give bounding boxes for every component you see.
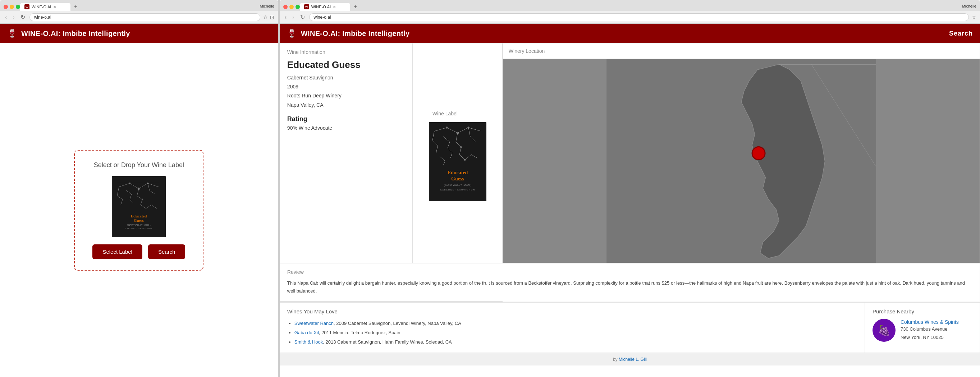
minimize-dot[interactable]	[10, 5, 14, 9]
svg-text:CABERNET SAUVIGNON: CABERNET SAUVIGNON	[440, 189, 475, 191]
active-tab-right[interactable]: W WINE-O.AI ✕	[300, 3, 350, 11]
footer-by-text: by	[613, 357, 619, 362]
sweetwater-desc: , 2009 Cabernet Sauvignon, Levendi Winer…	[334, 321, 461, 326]
gaba-desc: , 2011 Mencia, Telmo Rodriguez, Spain	[319, 330, 401, 335]
store-address-2: New York, NY 10025	[900, 334, 959, 341]
gaba-link[interactable]: Gaba do Xil	[294, 330, 319, 335]
rating-title: Rating	[287, 115, 405, 123]
wine-label-large: Educated Guess ( NAPA VALLEY • 2009 ) CA…	[429, 122, 487, 201]
svg-point-53	[464, 159, 466, 161]
purchase-title: Purchase Nearby	[872, 309, 972, 315]
wine-label-preview: Educated Guess ( NAPA VALLEY • 2009 ) CA…	[112, 176, 166, 237]
user-avatar-right: Michelle	[962, 4, 977, 10]
address-bar: ‹ › ↻ wine-o.ai ☆ ⊡	[0, 11, 278, 24]
close-dot-right[interactable]	[283, 5, 288, 9]
svg-point-49	[457, 132, 459, 134]
list-item: Sweetwater Ranch, 2009 Cabernet Sauvigno…	[294, 319, 858, 328]
svg-point-22	[142, 199, 143, 200]
store-address-1: 730 Columbus Avenue	[900, 326, 959, 333]
california-map-svg	[503, 59, 980, 263]
minimize-dot-right[interactable]	[290, 5, 294, 9]
active-tab[interactable]: W WINE-O.AI ✕	[20, 3, 70, 11]
tab-title-right: WINE-O.AI	[311, 5, 331, 9]
store-logo: 🍇	[872, 319, 896, 342]
upload-area: Select or Drop Your Wine Label	[0, 43, 278, 377]
url-text-right: wine-o.ai	[314, 15, 331, 20]
app-title-right: WINE-O.AI: Imbibe Intelligently	[301, 29, 410, 38]
app-header: 🍷 WINE-O.AI: Imbibe Intelligently	[0, 24, 278, 43]
svg-text:Guess: Guess	[134, 218, 144, 223]
smith-hook-desc: , 2013 Cabernet Sauvignon, Hahn Family W…	[323, 339, 452, 345]
search-header-button[interactable]: Search	[949, 30, 973, 37]
wine-label-large-svg: Educated Guess ( NAPA VALLEY • 2009 ) CA…	[429, 122, 487, 201]
svg-point-52	[460, 146, 462, 148]
suggestions-title: Wines You May Love	[287, 309, 858, 315]
bottom-section: Wines You May Love Sweetwater Ranch, 200…	[280, 302, 980, 353]
search-button[interactable]: Search	[148, 244, 186, 259]
select-label-button[interactable]: Select Label	[92, 244, 142, 259]
tab-close-btn-right[interactable]: ✕	[333, 5, 336, 9]
tab-favicon: W	[24, 4, 29, 10]
suggestions-panel: Wines You May Love Sweetwater Ranch, 200…	[280, 302, 865, 353]
url-bar[interactable]: wine-o.ai	[29, 13, 260, 21]
forward-button-right[interactable]: ›	[291, 13, 296, 21]
new-tab-button-right[interactable]: +	[351, 3, 360, 11]
svg-text:CABERNET SAUVIGNON: CABERNET SAUVIGNON	[125, 227, 153, 230]
footer-author-link[interactable]: Michelle L. Gill	[619, 357, 647, 362]
refresh-button-right[interactable]: ↻	[299, 13, 306, 21]
svg-rect-58	[606, 59, 876, 263]
svg-point-19	[138, 188, 140, 190]
maximize-dot-right[interactable]	[296, 5, 300, 9]
wine-region: Napa Valley, CA	[287, 101, 405, 110]
svg-text:( NAPA VALLEY • 2009 ): ( NAPA VALLEY • 2009 )	[127, 224, 151, 226]
right-main-content: Wine Information Educated Guess Cabernet…	[280, 43, 980, 366]
wine-info-panel: Wine Information Educated Guess Cabernet…	[280, 43, 413, 263]
star-icon-right[interactable]: ☆	[972, 14, 977, 20]
wine-name: Educated Guess	[287, 59, 405, 70]
bookmark-icon[interactable]: ⊡	[270, 14, 274, 20]
drop-zone[interactable]: Select or Drop Your Wine Label	[74, 150, 204, 270]
forward-button[interactable]: ›	[11, 13, 16, 21]
sweetwater-link[interactable]: Sweetwater Ranch	[294, 321, 334, 326]
svg-point-51	[467, 127, 469, 128]
star-icon[interactable]: ☆	[263, 14, 268, 20]
svg-text:Educated: Educated	[447, 170, 468, 175]
list-item: Gaba do Xil, 2011 Mencia, Telmo Rodrigue…	[294, 328, 858, 337]
wine-info-title: Wine Information	[287, 49, 405, 55]
back-button[interactable]: ‹	[3, 13, 8, 21]
svg-point-61	[752, 146, 765, 159]
store-name-link[interactable]: Columbus Wines & Spirits	[900, 319, 959, 325]
winery-location-panel: Winery Location	[503, 43, 980, 263]
svg-point-21	[147, 183, 148, 184]
smith-hook-link[interactable]: Smith & Hook	[294, 339, 323, 345]
address-bar-right: ‹ › ↻ wine-o.ai ☆	[280, 11, 980, 24]
new-tab-button[interactable]: +	[71, 3, 80, 11]
drop-zone-label: Select or Drop Your Wine Label	[94, 161, 184, 169]
wine-vintage: 2009	[287, 82, 405, 91]
list-item: Smith & Hook, 2013 Cabernet Sauvignon, H…	[294, 337, 858, 347]
maximize-dot[interactable]	[16, 5, 20, 9]
url-bar-right[interactable]: wine-o.ai	[309, 13, 969, 21]
svg-text:Educated: Educated	[131, 214, 147, 218]
wine-label-title: Wine Label	[429, 105, 487, 118]
review-title: Review	[287, 269, 972, 275]
tab-favicon-right: W	[304, 4, 309, 10]
wine-varietal: Cabernet Sauvignon	[287, 73, 405, 82]
store-info: 🍇 Columbus Wines & Spirits 730 Columbus …	[872, 319, 972, 342]
svg-text:( NAPA VALLEY • 2009 ): ( NAPA VALLEY • 2009 )	[444, 184, 471, 186]
tab-title: WINE-O.AI	[32, 5, 51, 9]
tab-close-btn[interactable]: ✕	[53, 5, 56, 9]
refresh-button[interactable]: ↻	[19, 13, 27, 21]
back-button-right[interactable]: ‹	[283, 13, 288, 21]
winery-location-title: Winery Location	[509, 48, 545, 54]
wine-glass-icon: 🍷	[7, 29, 17, 38]
user-avatar: Michelle	[260, 4, 274, 10]
app-header-right: 🍷 WINE-O.AI: Imbibe Intelligently Search	[280, 24, 980, 43]
close-dot[interactable]	[3, 5, 8, 9]
svg-point-50	[446, 127, 447, 128]
wine-label-panel: Wine Label	[413, 43, 503, 263]
rating-value: 90% Wine Advocate	[287, 125, 405, 131]
review-panel: Review This Napa Cab will certainly deli…	[280, 263, 980, 301]
purchase-panel: Purchase Nearby 🍇 Columbus Wines & Spiri…	[865, 302, 980, 353]
app-title: WINE-O.AI: Imbibe Intelligently	[21, 29, 130, 38]
